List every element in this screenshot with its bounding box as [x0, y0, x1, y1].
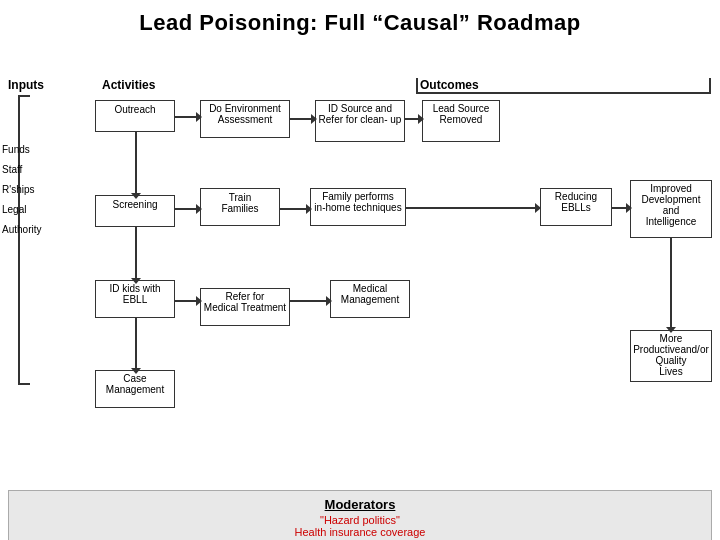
arrow-env-idsource — [290, 118, 312, 120]
train-families-box: Train Families — [200, 188, 280, 226]
lead-source-text: Lead Source Removed — [433, 103, 490, 125]
outcomes-underline — [416, 92, 711, 94]
do-env-text: Do Environment Assessment — [209, 103, 281, 125]
arrow-idkids-case-v — [135, 318, 137, 369]
left-side-labels: Funds Staff R'ships Legal Authority — [2, 140, 41, 240]
reducing-text: Reducing EBLLs — [555, 191, 597, 213]
label-legal: Legal — [2, 200, 41, 220]
activities-label: Activities — [102, 78, 155, 92]
label-funds: Funds — [2, 140, 41, 160]
case-mgmt-text: Case Management — [106, 373, 164, 395]
arrow-reducing-improved — [612, 207, 627, 209]
do-environment-assessment-box: Do Environment Assessment — [200, 100, 290, 138]
arrow-screening-idkids-v — [135, 227, 137, 279]
arrow-improved-productive-v — [670, 238, 672, 328]
improved-dev-box: Improved Development and Intelligence — [630, 180, 712, 238]
inputs-label: Inputs — [8, 78, 44, 92]
family-performs-box: Family performs in-home techniques — [310, 188, 406, 226]
outcomes-label: Outcomes — [420, 78, 479, 92]
arrow-family-reducing — [406, 207, 536, 209]
id-kids-ebll-box: ID kids with EBLL — [95, 280, 175, 318]
page: Lead Poisoning: Full “Causal” Roadmap In… — [0, 0, 720, 540]
outcomes-line-right — [709, 78, 711, 92]
left-bracket — [18, 95, 30, 385]
moderators-title: Moderators — [19, 497, 701, 512]
arrow-screening-train — [175, 208, 197, 210]
more-productive-text: More Productiveand/or Quality Lives — [633, 333, 709, 377]
reducing-eblls-box: Reducing EBLLs — [540, 188, 612, 226]
arrow-outreach-env — [175, 116, 197, 118]
improved-text: Improved Development and Intelligence — [642, 183, 701, 227]
id-kids-text: ID kids with EBLL — [109, 283, 160, 305]
id-source-text: ID Source and Refer for clean- up — [319, 103, 402, 125]
arrow-idkids-refer — [175, 300, 197, 302]
family-text: Family performs in-home techniques — [314, 191, 401, 213]
page-title: Lead Poisoning: Full “Causal” Roadmap — [0, 0, 720, 40]
arrow-idsource-lead — [405, 118, 419, 120]
case-management-box: Case Management — [95, 370, 175, 408]
label-staff: Staff — [2, 160, 41, 180]
medical-management-box: Medical Management — [330, 280, 410, 318]
arrow-train-family — [280, 208, 307, 210]
moderator-item-1: Health insurance coverage — [19, 526, 701, 538]
outreach-box: Outreach — [95, 100, 175, 132]
outcomes-line-left — [416, 78, 418, 92]
label-rships: R'ships — [2, 180, 41, 200]
lead-source-removed-box: Lead Source Removed — [422, 100, 500, 142]
train-text: Train Families — [221, 192, 258, 214]
refer-text: Refer for Medical Treatment — [204, 291, 286, 313]
label-authority: Authority — [2, 220, 41, 240]
medical-text: Medical Management — [341, 283, 399, 305]
moderators-section: Moderators "Hazard politics" Health insu… — [8, 490, 712, 540]
id-source-box: ID Source and Refer for clean- up — [315, 100, 405, 142]
moderator-item-0: "Hazard politics" — [19, 514, 701, 526]
more-productive-box: More Productiveand/or Quality Lives — [630, 330, 712, 382]
arrow-refer-medical-mgmt — [290, 300, 327, 302]
arrow-outreach-screening-v — [135, 132, 137, 194]
screening-box: Screening — [95, 195, 175, 227]
refer-medical-box: Refer for Medical Treatment — [200, 288, 290, 326]
